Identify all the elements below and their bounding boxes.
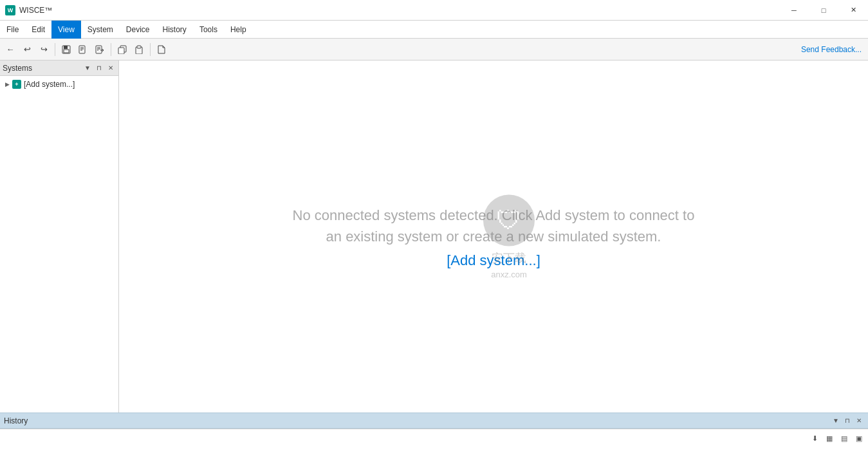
svg-rect-3 [79, 46, 85, 53]
menu-tools[interactable]: Tools [193, 21, 224, 39]
file-button[interactable] [154, 42, 169, 57]
title-bar-left: W WISCE™ [5, 5, 52, 15]
watermark-url: anxz.com [491, 269, 527, 279]
toolbar-separator-2 [111, 43, 111, 56]
svg-rect-7 [96, 46, 102, 53]
export-button-1[interactable] [75, 42, 91, 57]
add-system-tree-item[interactable]: ▶ + [Add system...] [3, 79, 116, 90]
systems-panel-title: Systems [3, 64, 32, 73]
close-button[interactable]: ✕ [838, 0, 868, 21]
history-tool-btn-3[interactable]: ▤ [838, 432, 851, 445]
history-tool-btn-1[interactable]: ⬇ [808, 432, 821, 445]
history-toolbar: ⬇ ▦ ▤ ▣ [808, 432, 865, 445]
back-button[interactable]: ← [3, 42, 18, 57]
history-panel-icons: ▼ ⊓ ✕ [831, 416, 864, 426]
menu-file[interactable]: File [0, 21, 25, 39]
add-system-icon: + [12, 80, 21, 89]
no-system-message: No connected systems detected. Click Add… [284, 205, 703, 247]
toolbar-separator-1 [55, 43, 55, 56]
menu-edit[interactable]: Edit [25, 21, 51, 39]
paste-button[interactable] [131, 42, 147, 57]
window-controls: ─ □ ✕ [779, 0, 868, 21]
history-panel-pin[interactable]: ⊓ [842, 416, 853, 426]
app-icon: W [5, 5, 15, 15]
history-panel-close[interactable]: ✕ [854, 416, 864, 426]
svg-rect-13 [118, 48, 124, 54]
app-title: WISCE™ [19, 6, 52, 15]
menu-device[interactable]: Device [120, 21, 156, 39]
tree-arrow: ▶ [5, 81, 10, 88]
export-button-2[interactable] [92, 42, 107, 57]
systems-panel-pin[interactable]: ⊓ [94, 63, 104, 73]
send-feedback-link[interactable]: Send Feedback... [797, 44, 865, 55]
center-content: No connected systems detected. Click Add… [119, 60, 868, 413]
history-tool-btn-2[interactable]: ▦ [823, 432, 836, 445]
systems-panel: Systems ▼ ⊓ ✕ ▶ + [Add system...] [0, 60, 119, 413]
menu-system[interactable]: System [81, 21, 120, 39]
history-content: ⬇ ▦ ▤ ▣ [0, 429, 868, 464]
menu-bar: File Edit View System Device History Too… [0, 21, 868, 39]
maximize-button[interactable]: □ [809, 0, 838, 21]
history-panel: History ▼ ⊓ ✕ ⬇ ▦ ▤ ▣ [0, 413, 868, 464]
add-system-link[interactable]: [Add system...] [447, 252, 540, 269]
svg-rect-15 [137, 46, 141, 48]
add-system-label: [Add system...] [24, 80, 75, 89]
toolbar-separator-3 [150, 43, 151, 56]
menu-help[interactable]: Help [224, 21, 253, 39]
systems-panel-icons: ▼ ⊓ ✕ [82, 63, 116, 73]
systems-tree: ▶ + [Add system...] [0, 76, 118, 413]
systems-panel-close[interactable]: ✕ [106, 63, 116, 73]
history-panel-header: History ▼ ⊓ ✕ [0, 413, 868, 429]
history-panel-title: History [4, 416, 28, 425]
redo-button[interactable]: ↪ [36, 42, 51, 57]
history-tool-btn-4[interactable]: ▣ [853, 432, 865, 445]
toolbar: ← ↩ ↪ [0, 39, 868, 60]
systems-panel-header: Systems ▼ ⊓ ✕ [0, 60, 118, 76]
minimize-button[interactable]: ─ [779, 0, 809, 21]
svg-rect-1 [64, 46, 68, 49]
toolbar-right: Send Feedback... [797, 44, 865, 55]
history-panel-dropdown[interactable]: ▼ [831, 416, 841, 426]
save-button[interactable] [59, 42, 74, 57]
content-row: Systems ▼ ⊓ ✕ ▶ + [Add system...] No con… [0, 60, 868, 413]
menu-view[interactable]: View [51, 21, 81, 39]
svg-rect-2 [64, 50, 69, 53]
menu-history[interactable]: History [156, 21, 193, 39]
systems-panel-dropdown[interactable]: ▼ [82, 63, 93, 73]
undo-button[interactable]: ↩ [19, 42, 35, 57]
copy-button[interactable] [115, 42, 130, 57]
title-bar: W WISCE™ ─ □ ✕ [0, 0, 868, 21]
main-area: Systems ▼ ⊓ ✕ ▶ + [Add system...] No con… [0, 60, 868, 464]
